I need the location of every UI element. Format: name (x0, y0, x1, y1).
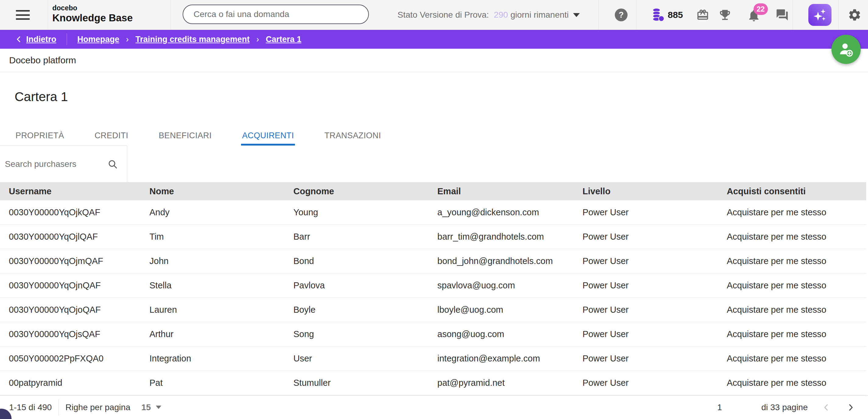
table-cell: asong@uog.com (437, 329, 583, 339)
divider (170, 0, 171, 30)
filter-row (0, 146, 868, 182)
table-row[interactable]: 0030Y00000YqOjkQAFAndyYounga_young@dicke… (0, 200, 866, 225)
pagination-bar: 1-15 di 490 Righe per pagina 15 1 di 33 … (0, 395, 868, 419)
brand-bottom-label: Knowledge Base (52, 12, 133, 24)
table-cell: Power User (583, 232, 727, 242)
sparkles-icon (812, 7, 828, 23)
table-header-row: UsernameNomeCognomeEmailLivelloAcquisti … (0, 182, 866, 200)
tab-transazioni[interactable]: TRANSAZIONI (323, 128, 382, 146)
rows-range: 1-15 di 490 (9, 402, 52, 412)
table-cell: User (293, 354, 437, 364)
next-page-button[interactable] (846, 403, 855, 412)
prev-page-button[interactable] (822, 403, 831, 412)
table-cell: Acquistare per me stesso (727, 256, 866, 266)
table-cell: pat@pyramid.net (437, 378, 583, 388)
add-user-fab[interactable] (832, 35, 861, 64)
table-row[interactable]: 0030Y00000YqOjoQAFLaurenBoylelboyle@uog.… (0, 298, 866, 322)
tab-acquirenti[interactable]: ACQUIRENTI (241, 128, 295, 146)
table-cell: lboyle@uog.com (437, 305, 583, 315)
docebo-admin-page: docebo Knowledge Base Stato Versione di … (0, 0, 868, 419)
points-count: 885 (668, 10, 683, 20)
table-cell: Integration (149, 354, 293, 364)
ai-assistant-button[interactable] (808, 4, 832, 26)
table-cell: Acquistare per me stesso (727, 207, 866, 217)
column-header: Livello (583, 186, 727, 197)
notification-badge: 22 (753, 3, 768, 15)
breadcrumb-bar: Indietro Homepage›Training credits manag… (0, 30, 868, 49)
add-user-icon (838, 41, 855, 58)
table-cell: Power User (583, 256, 727, 266)
chat-icon (775, 8, 789, 22)
current-page-input[interactable]: 1 (715, 402, 724, 412)
tabs: PROPRIETÀCREDITIBENEFICIARIACQUIRENTITRA… (0, 128, 868, 146)
table-row[interactable]: 0030Y00000YqOjnQAFStellaPavlovaspavlova@… (0, 273, 866, 298)
caret-down-icon[interactable] (156, 406, 161, 409)
notifications-button[interactable]: 22 (746, 0, 765, 30)
settings-button[interactable] (847, 0, 863, 30)
table-cell: integration@example.com (437, 354, 583, 364)
breadcrumb-link[interactable]: Homepage (77, 35, 119, 44)
brand-logo[interactable]: docebo Knowledge Base (52, 4, 133, 24)
search-icon[interactable] (107, 159, 118, 169)
platform-label: Docebo platform (0, 49, 868, 72)
table-cell: Acquistare per me stesso (727, 378, 866, 388)
table-row[interactable]: 00patpyramidPatStumullerpat@pyramid.netP… (0, 371, 866, 395)
leaderboard-button[interactable] (717, 0, 733, 30)
points-button[interactable]: 885 (651, 0, 684, 30)
trophy-icon (718, 8, 732, 22)
menu-icon[interactable] (16, 10, 30, 20)
table-cell: 0030Y00000YqOjsQAF (9, 329, 149, 339)
table-cell: Arthur (149, 329, 293, 339)
help-button[interactable]: ? (614, 0, 628, 30)
column-header: Nome (149, 186, 293, 197)
column-header: Email (437, 186, 583, 197)
table-cell: Acquistare per me stesso (727, 354, 866, 364)
table-cell: spavlova@uog.com (437, 280, 583, 291)
global-search-input[interactable] (183, 5, 368, 24)
total-pages-label: di 33 pagine (761, 402, 808, 412)
trial-status-suffix: giorni rimanenti (510, 10, 568, 20)
table-cell: Stumuller (293, 378, 437, 388)
table-cell: Power User (583, 207, 727, 217)
table-cell: bond_john@grandhotels.com (437, 256, 583, 266)
breadcrumb-link[interactable]: Training credits management (135, 35, 250, 44)
breadcrumb: Homepage›Training credits management›Car… (77, 35, 301, 44)
table-cell: Power User (583, 280, 727, 291)
table-row[interactable]: 0050Y000002PpFXQA0IntegrationUserintegra… (0, 347, 866, 371)
table-cell: Acquistare per me stesso (727, 329, 866, 339)
breadcrumb-separator: › (126, 35, 129, 44)
trial-days-remaining: 290 (494, 10, 508, 20)
main-content: Cartera 1 PROPRIETÀCREDITIBENEFICIARIACQ… (0, 72, 868, 395)
table-cell: 0030Y00000YqOjkQAF (9, 207, 149, 217)
global-search (183, 5, 369, 24)
gear-icon (847, 8, 862, 22)
table-row[interactable]: 0030Y00000YqOjsQAFArthurSongasong@uog.co… (0, 322, 866, 347)
table-row[interactable]: 0030Y00000YqOjmQAFJohnBondbond_john@gran… (0, 249, 866, 273)
rewards-button[interactable] (695, 0, 710, 30)
chevron-right-icon (846, 403, 855, 412)
rows-per-page-value[interactable]: 15 (141, 402, 151, 412)
trial-status[interactable]: Stato Versione di Prova: 290 giorni rima… (398, 0, 580, 30)
table-cell: John (149, 256, 293, 266)
tab-proprietà[interactable]: PROPRIETÀ (14, 128, 65, 146)
brand-top-label: docebo (52, 4, 133, 12)
table-cell: 0030Y00000YqOjmQAF (9, 256, 149, 266)
table-row[interactable]: 0030Y00000YqOjlQAFTimBarrbarr_tim@grandh… (0, 225, 866, 249)
breadcrumb-link[interactable]: Cartera 1 (266, 35, 301, 44)
purchasers-search-input[interactable] (0, 159, 107, 169)
tab-beneficiari[interactable]: BENEFICIARI (158, 128, 212, 146)
divider (58, 399, 59, 416)
back-button[interactable]: Indietro (15, 35, 56, 44)
messages-button[interactable] (774, 0, 790, 30)
top-header: docebo Knowledge Base Stato Versione di … (0, 0, 868, 30)
table-cell: 00patpyramid (9, 378, 149, 388)
gift-icon (696, 8, 709, 21)
table-cell: Power User (583, 378, 727, 388)
breadcrumb-separator: › (256, 35, 259, 44)
table-cell: Pavlova (293, 280, 437, 291)
tab-crediti[interactable]: CREDITI (94, 128, 129, 146)
column-header: Username (9, 186, 149, 197)
trial-status-prefix: Stato Versione di Prova: (398, 10, 489, 20)
back-chevron-icon (15, 35, 23, 44)
table-cell: 0030Y00000YqOjnQAF (9, 280, 149, 291)
